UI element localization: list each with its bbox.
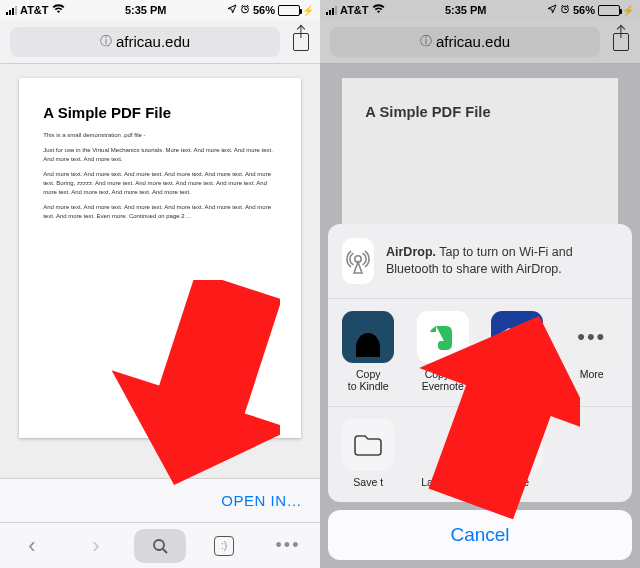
svg-point-1 bbox=[154, 540, 164, 550]
share-app-evernote[interactable]: Copy to Evernote bbox=[409, 311, 478, 392]
more-icon: ••• bbox=[566, 311, 618, 363]
more-icon: ••• bbox=[491, 419, 543, 471]
screenshot-left: AT&T 5:35 PM 56% ⚡ ⓘ africau.edu bbox=[0, 0, 320, 568]
evernote-icon bbox=[417, 311, 469, 363]
address-field[interactable]: ⓘ africau.edu bbox=[10, 27, 280, 57]
charging-icon: ⚡ bbox=[302, 5, 314, 16]
back-button[interactable]: ‹ bbox=[6, 529, 58, 563]
carrier-label: AT&T bbox=[340, 4, 369, 16]
share-sheet: AirDrop. Tap to turn on Wi-Fi and Blueto… bbox=[328, 224, 632, 560]
pdf-title: A Simple PDF File bbox=[43, 104, 277, 121]
svg-marker-5 bbox=[501, 328, 517, 338]
share-apps-row: Copy to Kindle Copy to Evernote Copy to … bbox=[328, 299, 632, 406]
airdrop-text: AirDrop. Tap to turn on Wi-Fi and Blueto… bbox=[386, 244, 618, 278]
pdf-page: A Simple PDF File This is a small demons… bbox=[19, 78, 301, 438]
location-icon bbox=[227, 4, 237, 16]
bottom-toolbar: ‹ › :) ••• bbox=[0, 522, 320, 568]
wifi-icon bbox=[372, 3, 385, 17]
info-icon: ⓘ bbox=[420, 33, 432, 50]
battery-pct: 56% bbox=[253, 4, 275, 16]
share-action-lastpass[interactable]: LastPass bbox=[409, 419, 478, 488]
share-action-more[interactable]: ••• More bbox=[483, 419, 552, 488]
share-app-more[interactable]: ••• More bbox=[558, 311, 627, 392]
search-button[interactable] bbox=[134, 529, 186, 563]
clock: 5:35 PM bbox=[125, 4, 167, 16]
address-field[interactable]: ⓘ africau.edu bbox=[330, 27, 600, 57]
clock: 5:35 PM bbox=[445, 4, 487, 16]
share-action-save[interactable]: Save t bbox=[334, 419, 403, 488]
url-bar: ⓘ africau.edu bbox=[0, 20, 320, 64]
share-actions-row: Save t LastPass ••• More . bbox=[328, 406, 632, 502]
battery-icon bbox=[598, 5, 620, 16]
url-bar: ⓘ africau.edu bbox=[320, 20, 640, 64]
cancel-button[interactable]: Cancel bbox=[328, 510, 632, 560]
status-bar: AT&T 5:35 PM 56% ⚡ bbox=[0, 0, 320, 20]
open-in-button[interactable]: OPEN IN… bbox=[221, 492, 302, 509]
url-text: africau.edu bbox=[436, 33, 510, 50]
open-in-banner: OPEN IN… bbox=[0, 478, 320, 522]
charging-icon: ⚡ bbox=[622, 5, 634, 16]
kindle-icon bbox=[342, 311, 394, 363]
battery-icon bbox=[278, 5, 300, 16]
folder-icon bbox=[342, 419, 394, 471]
alarm-icon bbox=[560, 4, 570, 16]
signal-icon bbox=[326, 6, 337, 15]
svg-marker-6 bbox=[517, 328, 533, 338]
carrier-label: AT&T bbox=[20, 4, 49, 16]
url-text: africau.edu bbox=[116, 33, 190, 50]
share-button[interactable] bbox=[286, 27, 316, 57]
alarm-icon bbox=[240, 4, 250, 16]
share-app-kindle[interactable]: Copy to Kindle bbox=[334, 311, 403, 392]
battery-pct: 56% bbox=[573, 4, 595, 16]
tabs-button[interactable]: :) bbox=[198, 529, 250, 563]
svg-marker-8 bbox=[517, 338, 533, 348]
airdrop-row[interactable]: AirDrop. Tap to turn on Wi-Fi and Blueto… bbox=[328, 224, 632, 299]
more-button[interactable]: ••• bbox=[262, 529, 314, 563]
status-bar: AT&T 5:35 PM 56% ⚡ bbox=[320, 0, 640, 20]
info-icon: ⓘ bbox=[100, 33, 112, 50]
share-app-dropbox[interactable]: Copy to Dropbox bbox=[483, 311, 552, 392]
svg-marker-7 bbox=[501, 338, 517, 348]
location-icon bbox=[547, 4, 557, 16]
signal-icon bbox=[6, 6, 17, 15]
pdf-title: A Simple PDF File bbox=[366, 103, 595, 120]
screenshot-right: AT&T 5:35 PM 56% ⚡ ⓘ africau.edu A Simpl… bbox=[320, 0, 640, 568]
airdrop-icon bbox=[342, 238, 374, 284]
dropbox-icon bbox=[491, 311, 543, 363]
share-button[interactable] bbox=[606, 27, 636, 57]
wifi-icon bbox=[52, 3, 65, 17]
forward-button[interactable]: › bbox=[70, 529, 122, 563]
